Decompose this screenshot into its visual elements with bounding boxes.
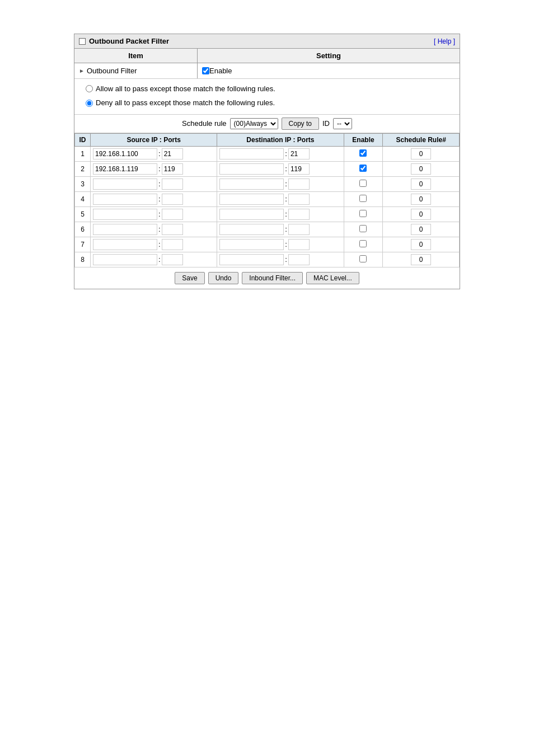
table-row: 2:: — [75, 161, 460, 176]
enable-row-checkbox[interactable] — [359, 255, 367, 262]
src-port-input[interactable] — [162, 224, 183, 235]
schedule-rule-input[interactable] — [411, 194, 431, 205]
enable-label: Enable — [209, 67, 232, 75]
dst-ip-input[interactable] — [219, 179, 284, 190]
dst-port-input[interactable] — [288, 194, 310, 205]
filter-table: ID Source IP : Ports Destination IP : Po… — [74, 133, 460, 267]
src-ip-input[interactable] — [93, 163, 157, 175]
enable-row-checkbox[interactable] — [359, 165, 367, 172]
schedule-rule-select[interactable]: (00)Always (01)Rule1 — [230, 118, 278, 129]
cell-schedule — [383, 222, 460, 237]
dst-port-input[interactable] — [288, 148, 310, 159]
enable-row-checkbox[interactable] — [359, 195, 367, 202]
schedule-rule-input[interactable] — [411, 163, 431, 175]
src-ip-input[interactable] — [93, 224, 157, 235]
enable-row-checkbox[interactable] — [359, 210, 367, 217]
radio-allow[interactable] — [86, 85, 93, 92]
cell-schedule — [383, 237, 460, 252]
colon-src: : — [157, 210, 162, 218]
cell-id: 6 — [75, 222, 91, 237]
src-ip-input[interactable] — [93, 254, 157, 265]
src-ip-input[interactable] — [93, 148, 157, 159]
dst-ip-input[interactable] — [219, 194, 284, 205]
src-ip-input[interactable] — [93, 209, 157, 220]
dst-ip-input[interactable] — [219, 163, 284, 175]
cell-dst: : — [217, 146, 344, 161]
src-port-input[interactable] — [162, 148, 183, 159]
cell-schedule — [383, 176, 460, 191]
panel-header-left: Outbound Packet Filter — [79, 37, 169, 45]
colon-dst: : — [284, 210, 288, 218]
cell-id: 5 — [75, 206, 91, 222]
help-link[interactable]: [ Help ] — [434, 37, 455, 45]
dst-port-input[interactable] — [288, 179, 310, 190]
id-select[interactable]: -- 1 2 3 4 5 6 7 8 — [333, 118, 352, 129]
src-ip-input[interactable] — [93, 194, 157, 205]
cell-src: : — [91, 146, 217, 161]
src-port-input[interactable] — [162, 194, 183, 205]
cell-src: : — [91, 161, 217, 176]
panel-icon — [79, 38, 86, 45]
dst-ip-input[interactable] — [219, 239, 284, 250]
outbound-filter-setting-cell: Enable — [198, 63, 460, 78]
dst-port-input[interactable] — [288, 239, 310, 250]
enable-row-checkbox[interactable] — [359, 225, 367, 232]
dst-port-input[interactable] — [288, 254, 310, 265]
table-row: 3:: — [75, 176, 460, 191]
schedule-rule-input[interactable] — [411, 224, 431, 235]
cell-dst: : — [217, 176, 344, 191]
src-port-input[interactable] — [162, 163, 183, 175]
colon-src: : — [157, 255, 162, 264]
dst-port-input[interactable] — [288, 209, 310, 220]
dst-ip-input[interactable] — [219, 254, 284, 265]
colon-src: : — [157, 180, 162, 188]
outbound-filter-row: ► Outbound Filter Enable — [74, 63, 460, 79]
inbound-filter-button[interactable]: Inbound Filter... — [242, 272, 303, 284]
radio-deny-option: Deny all to pass except those match the … — [86, 96, 448, 109]
schedule-rule-input[interactable] — [411, 179, 431, 190]
schedule-rule-input[interactable] — [411, 254, 431, 265]
schedule-rule-input[interactable] — [411, 209, 431, 220]
col-setting-header: Setting — [198, 49, 460, 63]
enable-row-checkbox[interactable] — [359, 149, 367, 157]
schedule-rule-label: Schedule rule — [182, 119, 227, 128]
copy-to-button[interactable]: Copy to — [282, 118, 319, 130]
dst-port-input[interactable] — [288, 224, 310, 235]
cell-enable — [344, 176, 383, 191]
outbound-filter-label: Outbound Filter — [87, 67, 137, 75]
src-port-input[interactable] — [162, 209, 183, 220]
dst-port-input[interactable] — [288, 163, 310, 175]
cell-enable — [344, 222, 383, 237]
dst-ip-input[interactable] — [219, 209, 284, 220]
enable-row-checkbox[interactable] — [359, 240, 367, 247]
enable-row-checkbox[interactable] — [359, 180, 367, 187]
table-row: 6:: — [75, 222, 460, 237]
src-ip-input[interactable] — [93, 239, 157, 250]
cell-schedule — [383, 206, 460, 222]
mac-level-button[interactable]: MAC Level... — [306, 272, 359, 284]
src-ip-input[interactable] — [93, 179, 157, 190]
enable-checkbox[interactable] — [202, 67, 209, 74]
cell-id: 3 — [75, 176, 91, 191]
colon-src: : — [157, 240, 162, 248]
dst-ip-input[interactable] — [219, 224, 284, 235]
colon-src: : — [157, 149, 162, 158]
cell-id: 8 — [75, 252, 91, 267]
schedule-rule-input[interactable] — [411, 239, 431, 250]
buttons-row: Save Undo Inbound Filter... MAC Level... — [74, 267, 460, 289]
save-button[interactable]: Save — [175, 272, 204, 284]
cell-src: : — [91, 206, 217, 222]
undo-button[interactable]: Undo — [208, 272, 239, 284]
src-port-input[interactable] — [162, 179, 183, 190]
th-schedule: Schedule Rule# — [383, 133, 460, 146]
dst-ip-input[interactable] — [219, 148, 284, 159]
table-row: 1:: — [75, 146, 460, 161]
schedule-rule-input[interactable] — [411, 148, 431, 159]
cell-enable — [344, 206, 383, 222]
page-wrapper: Outbound Packet Filter [ Help ] Item Set… — [0, 0, 534, 323]
cell-src: : — [91, 191, 217, 206]
column-headers: Item Setting — [74, 49, 460, 63]
src-port-input[interactable] — [162, 239, 183, 250]
src-port-input[interactable] — [162, 254, 183, 265]
radio-deny[interactable] — [86, 100, 93, 107]
